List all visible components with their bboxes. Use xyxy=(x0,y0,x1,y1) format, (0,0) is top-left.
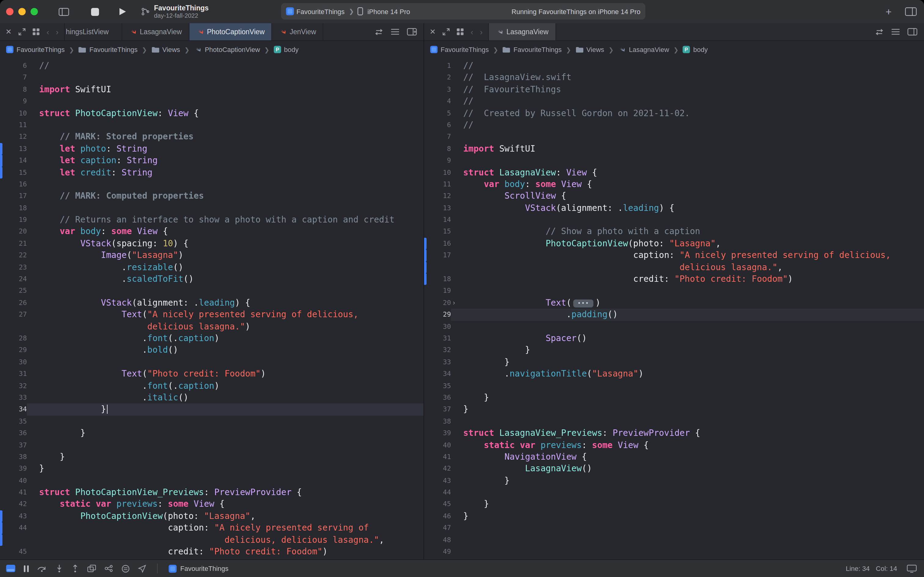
code-line[interactable]: delicious, delicious lasagna.", xyxy=(0,534,423,546)
line-number[interactable]: 13 xyxy=(0,143,27,155)
line-number[interactable]: 8 xyxy=(424,143,451,155)
editor-layout-button[interactable] xyxy=(905,7,917,16)
go-forward-button[interactable]: › xyxy=(480,28,483,36)
line-number[interactable]: 4 xyxy=(424,95,451,107)
code-line[interactable]: 38 } xyxy=(0,451,423,463)
breadcrumb-item[interactable]: FavouriteThings xyxy=(79,46,138,53)
code-line[interactable]: 49 xyxy=(424,546,924,558)
code-line[interactable]: 35 xyxy=(0,415,423,427)
line-number[interactable]: 37 xyxy=(424,404,451,416)
toggle-debug-area-icon[interactable] xyxy=(6,565,15,572)
line-number[interactable]: 32 xyxy=(424,345,451,356)
toggle-inspector-sidebar-icon[interactable] xyxy=(908,28,917,35)
code-line[interactable]: 36 } xyxy=(0,427,423,439)
code-line[interactable]: 41struct PhotoCaptionView_Previews: Prev… xyxy=(0,487,423,498)
folded-code-pill[interactable]: ••• xyxy=(573,300,594,308)
line-number[interactable]: 32 xyxy=(0,380,27,392)
line-number[interactable]: 25 xyxy=(0,285,27,297)
code-line[interactable]: 29 .bold() xyxy=(0,345,423,356)
code-line[interactable]: 13 VStack(alignment: .leading) { xyxy=(424,202,924,214)
breadcrumb-item[interactable]: Views xyxy=(575,46,604,53)
line-number[interactable]: 43 xyxy=(0,510,27,522)
code-line[interactable]: 2// LasagnaView.swift xyxy=(424,72,924,84)
line-number[interactable]: 15 xyxy=(424,226,451,238)
line-number[interactable]: 10 xyxy=(424,166,451,179)
line-number[interactable]: 7 xyxy=(0,72,27,84)
pause-execution-icon[interactable] xyxy=(24,565,29,572)
line-number[interactable]: 8 xyxy=(0,84,27,96)
line-number[interactable]: 49 xyxy=(424,546,451,558)
code-line[interactable]: 31 Spacer() xyxy=(424,332,924,345)
code-line[interactable]: 39struct LasagnaView_Previews: PreviewPr… xyxy=(424,427,924,439)
memory-graph-icon[interactable] xyxy=(105,565,113,572)
line-number[interactable]: 11 xyxy=(424,179,451,190)
toggle-navigator-sidebar-icon[interactable] xyxy=(59,8,69,16)
breadcrumb-item[interactable]: Pbody xyxy=(274,46,299,53)
line-number[interactable]: 39 xyxy=(0,463,27,475)
code-line[interactable]: 32 .font(.caption) xyxy=(0,380,423,392)
simulate-location-icon[interactable] xyxy=(138,564,146,572)
code-line[interactable]: 6// xyxy=(424,119,924,131)
code-line[interactable]: 32 } xyxy=(424,345,924,356)
line-number[interactable]: 30 xyxy=(0,356,27,368)
breadcrumb-item[interactable]: Views xyxy=(151,46,180,53)
add-editor-icon[interactable] xyxy=(407,28,417,35)
code-editor-left[interactable]: 6//78import SwiftUI910struct PhotoCaptio… xyxy=(0,58,423,560)
code-line[interactable]: 23 .resizable() xyxy=(0,261,423,273)
code-line[interactable]: 37 xyxy=(0,439,423,451)
close-split-icon[interactable]: ✕ xyxy=(430,27,436,36)
line-number[interactable] xyxy=(0,321,27,332)
line-number[interactable]: 40 xyxy=(0,475,27,487)
line-number[interactable]: 45 xyxy=(424,498,451,510)
code-line[interactable]: 41 NavigationView { xyxy=(424,451,924,463)
code-line[interactable]: 20› Text(•••) xyxy=(424,297,924,309)
related-items-grid-icon[interactable] xyxy=(457,28,464,35)
line-number[interactable]: 41 xyxy=(0,487,27,498)
breadcrumb-item[interactable]: FavouriteThings xyxy=(6,46,65,53)
code-line[interactable]: 48 xyxy=(424,534,924,546)
fold-chevron-icon[interactable]: › xyxy=(453,297,455,309)
swap-editor-icon[interactable] xyxy=(375,28,383,35)
code-line[interactable]: 12 // MARK: Stored properties xyxy=(0,131,423,143)
code-line[interactable]: 33 .italic() xyxy=(0,392,423,404)
code-line[interactable]: 26 VStack(alignment: .leading) { xyxy=(0,297,423,309)
add-tab-button[interactable]: + xyxy=(885,6,892,17)
editor-tab[interactable]: PhotoCaptionView xyxy=(189,23,272,40)
line-number[interactable]: 10 xyxy=(0,107,27,119)
line-number[interactable]: 11 xyxy=(0,119,27,131)
code-line[interactable]: 30 xyxy=(424,321,924,332)
line-number[interactable] xyxy=(0,534,27,546)
line-number[interactable]: 22 xyxy=(0,250,27,262)
line-number[interactable]: 46 xyxy=(424,510,451,522)
code-line[interactable]: 33 } xyxy=(424,356,924,368)
line-number[interactable]: 29 xyxy=(424,309,451,321)
stop-button[interactable] xyxy=(91,8,99,16)
zoom-window-button[interactable] xyxy=(31,8,38,15)
code-line[interactable]: 10struct LasagnaView: View { xyxy=(424,166,924,179)
line-number[interactable]: 7 xyxy=(424,131,451,143)
run-button[interactable] xyxy=(119,7,127,16)
code-line[interactable]: 18 credit: "Photo credit: Foodom") xyxy=(424,273,924,285)
code-line[interactable]: delicious lasagna.", xyxy=(424,261,924,273)
code-line[interactable]: 24 .scaledToFit() xyxy=(0,273,423,285)
line-number[interactable]: 44 xyxy=(424,487,451,498)
line-number[interactable]: 41 xyxy=(424,451,451,463)
editor-options-icon[interactable] xyxy=(391,29,399,35)
code-line[interactable]: 37} xyxy=(424,404,924,416)
line-number[interactable]: 42 xyxy=(0,498,27,510)
code-line[interactable]: 45 credit: "Photo credit: Foodom") xyxy=(0,546,423,558)
line-number[interactable]: 19 xyxy=(0,214,27,226)
code-line[interactable]: 10struct PhotoCaptionView: View { xyxy=(0,107,423,119)
code-line[interactable]: 14 let caption: String xyxy=(0,155,423,166)
maximize-split-icon[interactable] xyxy=(443,28,450,35)
code-line[interactable]: 42 LasagnaView() xyxy=(424,463,924,475)
step-out-icon[interactable] xyxy=(71,564,79,572)
code-line[interactable]: 28 .font(.caption) xyxy=(0,332,423,345)
line-number[interactable]: 45 xyxy=(0,546,27,558)
code-line[interactable]: 44 caption: "A nicely presented serving … xyxy=(0,522,423,534)
code-line[interactable]: 39} xyxy=(0,463,423,475)
line-number[interactable]: 1 xyxy=(424,60,451,72)
minimize-window-button[interactable] xyxy=(18,8,26,15)
go-back-button[interactable]: ‹ xyxy=(470,28,473,36)
code-line[interactable]: 34 } xyxy=(0,404,423,416)
